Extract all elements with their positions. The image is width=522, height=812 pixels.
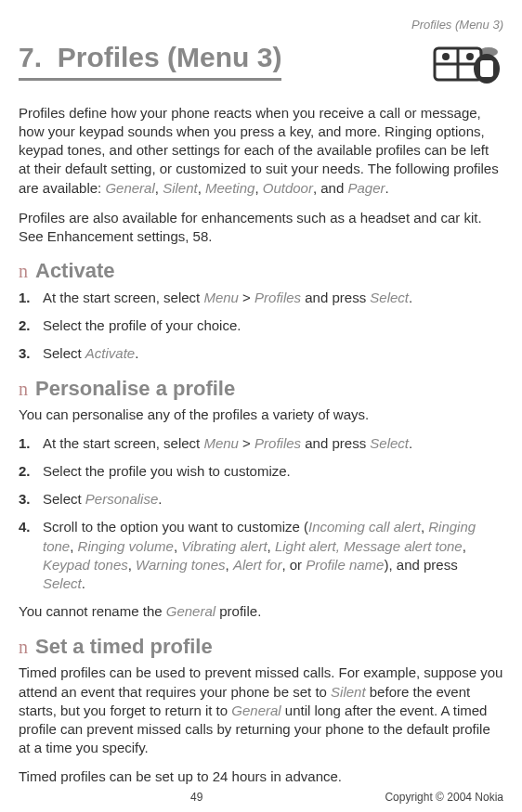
section-bullet: n [19,637,28,657]
chapter-number: 7. [19,42,42,72]
list-item: 1.At the start screen, select Menu > Pro… [19,289,503,307]
list-item: 1.At the start screen, select Menu > Pro… [19,434,503,453]
step-text: Scroll to the option you want to customi… [43,519,476,591]
step-text: Select Personalise. [43,491,162,507]
step-number: 2. [19,316,31,335]
section-bullet: n [19,261,28,281]
step-text: Select the profile of your choice. [43,317,241,333]
timed-heading: nSet a timed profile [19,633,503,661]
svg-point-7 [479,47,498,57]
list-item: 4.Scroll to the option you want to custo… [19,518,503,593]
timed-paragraph-1: Timed profiles can be used to prevent mi… [19,664,503,757]
step-number: 2. [19,462,31,481]
copyright: Copyright © 2004 Nokia [385,790,503,805]
step-text: Select Activate. [43,345,138,361]
intro-paragraph-1: Profiles define how your phone reacts wh… [19,104,503,198]
chapter-title: 7. Profiles (Menu 3) [19,39,281,82]
svg-rect-6 [479,59,494,78]
list-item: 3.Select Activate. [19,344,503,363]
step-number: 4. [19,518,31,536]
title-row: 7. Profiles (Menu 3) [19,39,503,87]
activate-heading: nActivate [19,257,503,285]
personalise-note: You cannot rename the General profile. [19,602,503,621]
list-item: 2.Select the profile you wish to customi… [19,462,503,481]
step-text: Select the profile you wish to customize… [43,463,291,479]
breadcrumb: Profiles (Menu 3) [19,17,503,33]
profiles-icon [431,43,503,87]
page-number: 49 [190,790,202,805]
personalise-heading-text: Personalise a profile [35,377,235,400]
list-item: 2.Select the profile of your choice. [19,316,503,335]
section-bullet: n [19,379,28,399]
footer: 49 Copyright © 2004 Nokia [19,790,503,805]
step-text: At the start screen, select Menu > Profi… [43,290,412,305]
step-number: 3. [19,490,31,509]
personalise-heading: nPersonalise a profile [19,375,503,403]
list-item: 3.Select Personalise. [19,490,503,509]
step-number: 1. [19,289,31,307]
step-text: At the start screen, select Menu > Profi… [43,435,412,451]
intro-paragraph-2: Profiles are also available for enhancem… [19,209,503,247]
personalise-steps: 1.At the start screen, select Menu > Pro… [19,434,503,594]
chapter-text: Profiles (Menu 3) [58,42,282,72]
title-block: 7. Profiles (Menu 3) [19,39,422,82]
activate-steps: 1.At the start screen, select Menu > Pro… [19,289,503,364]
activate-heading-text: Activate [35,259,115,282]
step-number: 3. [19,344,31,363]
step-number: 1. [19,434,31,453]
timed-heading-text: Set a timed profile [35,635,213,658]
timed-paragraph-2: Timed profiles can be set up to 24 hours… [19,767,503,786]
personalise-intro: You can personalise any of the profiles … [19,406,503,424]
svg-point-4 [466,53,474,60]
svg-point-3 [442,53,450,60]
